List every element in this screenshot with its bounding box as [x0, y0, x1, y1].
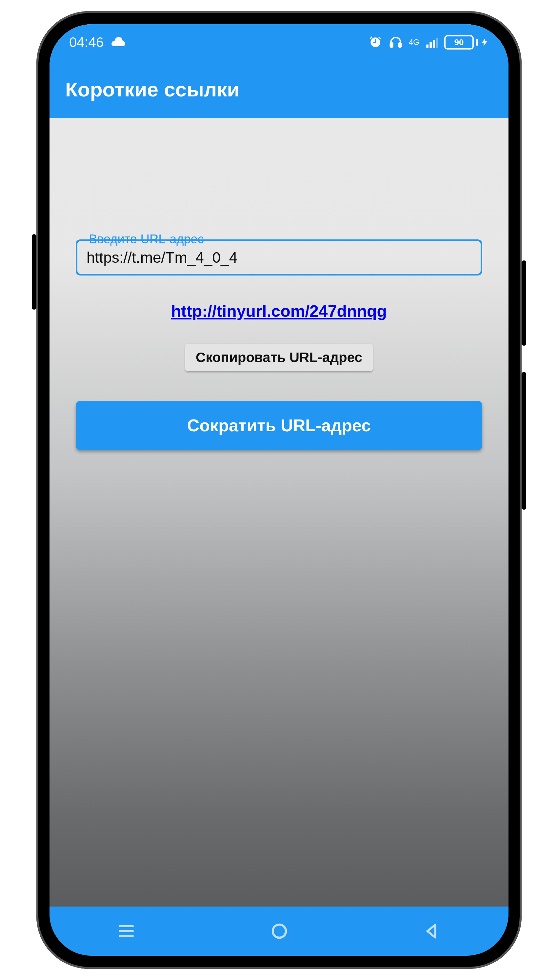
- page-title: Короткие ссылки: [65, 78, 240, 101]
- system-nav-bar: [49, 906, 509, 956]
- network-label: 4G: [409, 38, 419, 46]
- status-bar: 04:46 4G: [49, 24, 509, 60]
- url-input-wrapper: Введите URL-адрес: [76, 240, 482, 276]
- cloud-icon: [110, 34, 126, 50]
- svg-marker-10: [428, 925, 435, 938]
- alarm-icon: [368, 35, 382, 49]
- url-input[interactable]: [87, 249, 471, 266]
- svg-rect-2: [426, 44, 428, 48]
- nav-recent-button[interactable]: [117, 921, 136, 941]
- screen: 04:46 4G: [49, 24, 509, 956]
- svg-rect-5: [436, 38, 438, 48]
- battery-percent: 90: [455, 38, 464, 48]
- signal-icon: [425, 36, 438, 49]
- phone-side-button-left: [32, 234, 36, 310]
- phone-side-button-power: [522, 372, 526, 510]
- result-short-link[interactable]: http://tinyurl.com/247dnnqg: [171, 302, 387, 320]
- svg-point-9: [273, 924, 286, 938]
- svg-rect-0: [390, 43, 392, 47]
- nav-home-button[interactable]: [269, 921, 289, 941]
- status-time: 04:46: [69, 34, 103, 50]
- battery-indicator: 90: [444, 35, 489, 49]
- nav-back-button[interactable]: [423, 922, 441, 941]
- svg-rect-4: [433, 40, 435, 48]
- phone-frame: 04:46 4G: [36, 11, 522, 969]
- main-content: Введите URL-адрес http://tinyurl.com/247…: [49, 118, 509, 906]
- svg-rect-1: [399, 43, 401, 47]
- headphones-icon: [389, 35, 403, 49]
- svg-rect-3: [430, 42, 432, 48]
- phone-side-button-volume: [522, 260, 526, 346]
- shorten-url-button[interactable]: Сократить URL-адрес: [76, 401, 482, 450]
- app-bar: Короткие ссылки: [49, 60, 509, 118]
- url-input-label: Введите URL-адрес: [85, 232, 208, 246]
- copy-url-button[interactable]: Скопировать URL-адрес: [185, 344, 373, 371]
- charging-icon: [480, 36, 489, 49]
